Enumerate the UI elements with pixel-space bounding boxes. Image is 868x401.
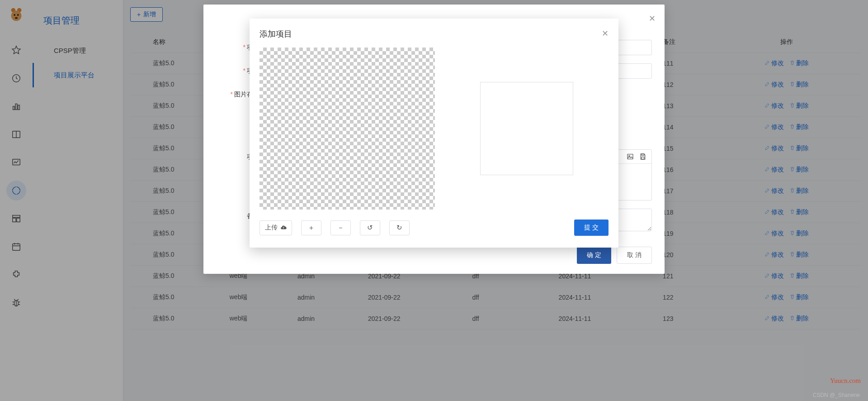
watermark: Yuucn.com <box>830 377 861 385</box>
close-icon[interactable]: ✕ <box>649 14 656 24</box>
rotate-left-button[interactable]: ↺ <box>360 220 380 235</box>
svg-rect-21 <box>642 157 644 159</box>
cropper-dialog: 添加项目 ✕ 上传 ＋ － ↺ ↻ 提 交 <box>250 19 618 248</box>
csdn-credit: CSDN @_Shanene <box>813 392 860 398</box>
close-icon[interactable]: ✕ <box>602 29 609 38</box>
upload-button[interactable]: 上传 <box>259 220 292 235</box>
crop-preview <box>480 82 573 175</box>
crop-canvas[interactable] <box>259 48 435 210</box>
svg-rect-18 <box>627 154 633 159</box>
zoom-in-button[interactable]: ＋ <box>301 220 321 235</box>
save-icon[interactable] <box>639 153 647 161</box>
modal-mask: ✕ *项目 *项目 *图片存储 项目 备注 确 定 取 消 <box>0 0 868 401</box>
submit-button[interactable]: 提 交 <box>574 220 609 236</box>
cancel-button[interactable]: 取 消 <box>617 247 652 264</box>
ok-button[interactable]: 确 定 <box>577 247 611 264</box>
image-icon[interactable] <box>626 153 634 161</box>
svg-rect-20 <box>642 154 644 155</box>
rotate-right-button[interactable]: ↻ <box>389 220 410 235</box>
cropper-title: 添加项目 <box>259 29 609 39</box>
zoom-out-button[interactable]: － <box>330 220 351 235</box>
